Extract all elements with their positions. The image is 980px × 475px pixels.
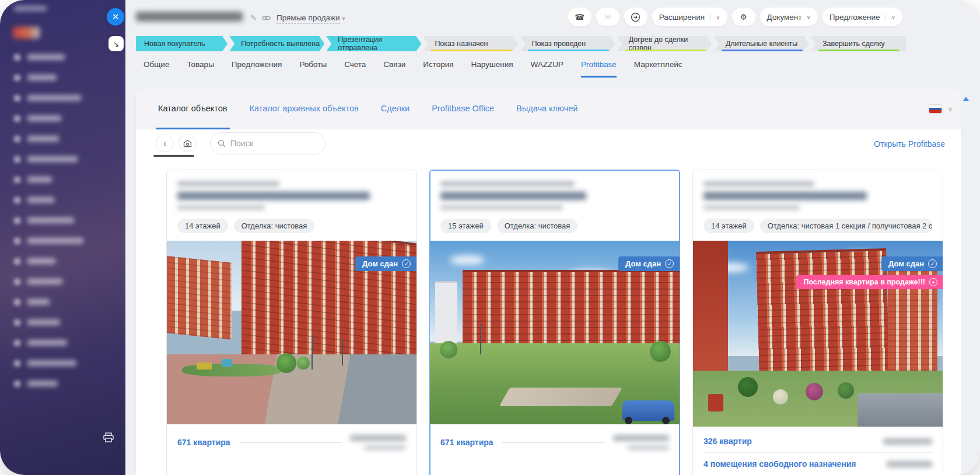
ptab-deals[interactable]: Сделки <box>379 89 412 129</box>
object-card-title[interactable]: 14 этажей Отделка: чистовая 1 секция / п… <box>693 170 943 233</box>
print-icon[interactable] <box>103 432 114 442</box>
sidebar-item-icon <box>14 136 20 142</box>
edit-icon[interactable]: ✎ <box>250 13 257 22</box>
property-photo[interactable]: Дом сдан ✓ <box>430 241 680 424</box>
status-badge-label: Дом сдан <box>888 259 924 268</box>
back-button[interactable]: ‹ <box>156 134 174 152</box>
price-from-blurred <box>613 435 669 441</box>
stage-warmup-call[interactable]: Догрев до сделки созвон <box>617 36 712 51</box>
stage-showing-done[interactable]: Показ проведен <box>520 36 615 51</box>
object-card-2[interactable]: 15 этажей Отделка: чистовая <box>429 170 680 475</box>
ptab-office[interactable]: Profitbase Office <box>429 89 496 129</box>
stage-showing-scheduled[interactable]: Показ назначен <box>423 36 518 51</box>
settings-button[interactable]: ⚙ <box>732 8 755 26</box>
ptab-archive-catalog[interactable]: Каталог архивных объектов <box>247 89 361 129</box>
tab-offers[interactable]: Предложения <box>232 60 282 78</box>
sidebar-item-label-blurred <box>27 177 52 182</box>
mail-button[interactable]: ✉ <box>596 8 620 26</box>
stage-new-buyer[interactable]: Новая покупатель <box>136 36 228 51</box>
offer-button[interactable]: Предложение | ∨ <box>822 8 902 26</box>
divider: | <box>709 13 711 21</box>
sidebar-item-label-blurred <box>27 136 59 142</box>
property-photo[interactable]: Дом сдан ✓ <box>167 241 416 424</box>
object-card-title[interactable]: 14 этажей Отделка: чистовая <box>167 170 416 233</box>
stage-accent <box>722 50 803 51</box>
document-label: Документ <box>767 13 802 22</box>
tab-relations[interactable]: Связи <box>383 60 405 78</box>
sidebar-item[interactable] <box>14 176 117 183</box>
gear-icon: ⚙ <box>740 12 747 22</box>
object-card-title[interactable]: 15 этажей Отделка: чистовая <box>430 170 680 233</box>
tab-violations[interactable]: Нарушения <box>471 60 513 78</box>
ptab-catalog[interactable]: Каталог объектов <box>156 89 230 129</box>
object-card-1[interactable]: 14 этажей Отделка: чистовая <box>166 170 417 475</box>
sidebar-item[interactable] <box>14 298 117 305</box>
stage-close-deal[interactable]: Завершить сделку <box>811 36 906 51</box>
sidebar-item-icon <box>14 217 20 224</box>
commercial-units-link[interactable]: 4 помещения свободного назначения <box>704 459 856 469</box>
pipeline-select-label: Прямые продажи <box>276 13 340 24</box>
sidebar-item-label-blurred <box>27 381 58 386</box>
stage-need-identified[interactable]: Потребность выявлена <box>229 36 324 51</box>
status-badge: Дом сдан ✓ <box>881 256 943 271</box>
sidebar-item[interactable] <box>14 156 117 163</box>
sidebar-item[interactable] <box>14 380 117 387</box>
object-card-3[interactable]: 14 этажей Отделка: чистовая 1 секция / п… <box>692 170 943 475</box>
search-input[interactable] <box>230 139 312 148</box>
chevron-left-icon: ‹ <box>163 138 166 148</box>
sidebar-item[interactable] <box>14 360 117 367</box>
sidebar-item[interactable] <box>14 319 117 326</box>
open-profitbase-link[interactable]: Открыть Profitbase <box>874 139 945 149</box>
sidebar-item[interactable] <box>14 258 117 265</box>
sidebar-item[interactable] <box>14 115 117 122</box>
tab-history[interactable]: История <box>423 60 453 78</box>
tab-marketplace[interactable]: Маркетплейс <box>634 60 682 78</box>
deal-title-blurred <box>136 12 243 22</box>
chevron-down-icon: ▾ <box>342 15 345 22</box>
sidebar-menu <box>14 54 117 387</box>
stage-presentation-sent[interactable]: Презентация отправлена <box>326 36 421 51</box>
tab-products[interactable]: Товары <box>187 60 214 78</box>
sidebar-item-icon <box>14 177 20 183</box>
extensions-button[interactable]: Расширения | ∨ <box>652 8 727 26</box>
sidebar-item[interactable] <box>14 237 117 244</box>
units-row: 4 помещения свободного назначения <box>693 453 943 475</box>
phone-button[interactable]: ☎ <box>568 8 592 26</box>
sidebar-item[interactable] <box>14 217 117 224</box>
sidebar-item[interactable] <box>14 94 117 101</box>
tab-robots[interactable]: Роботы <box>299 60 327 78</box>
finish-badge: Отделка: чистовая 1 секция / получистова… <box>760 219 932 233</box>
link-icon[interactable] <box>262 15 271 22</box>
pipeline-select[interactable]: Прямые продажи▾ <box>276 13 345 22</box>
sidebar-item-icon <box>14 299 20 305</box>
sidebar-item[interactable] <box>14 339 117 346</box>
tab-invoices[interactable]: Счета <box>344 60 366 78</box>
sidebar-item-icon <box>14 95 20 101</box>
ptab-keys[interactable]: Выдача ключей <box>514 89 580 129</box>
tab-common[interactable]: Общие <box>144 60 169 78</box>
language-select[interactable]: ∨ <box>929 89 953 129</box>
apartments-link[interactable]: 326 квартир <box>704 437 752 446</box>
home-button[interactable] <box>178 134 197 152</box>
scroll-top-icon[interactable] <box>963 97 969 101</box>
document-button[interactable]: Документ ∨ <box>760 8 818 26</box>
sidebar-item-icon <box>14 156 20 163</box>
chat-button[interactable] <box>624 8 648 26</box>
sidebar-item[interactable] <box>14 54 117 61</box>
sidebar-item[interactable] <box>14 74 117 81</box>
close-icon[interactable]: ✕ <box>107 8 124 26</box>
tab-profitbase[interactable]: Profitbase <box>581 60 617 78</box>
heart-icon: ♥ <box>929 278 937 286</box>
sidebar-item[interactable] <box>14 278 117 285</box>
sidebar-item-label-blurred <box>27 156 78 162</box>
apartments-link[interactable]: 671 квартира <box>177 438 230 447</box>
apartments-link[interactable]: 671 квартира <box>440 438 494 447</box>
collapse-panel-icon[interactable]: ↘ <box>108 36 124 51</box>
sidebar-item[interactable] <box>14 196 117 203</box>
property-photo[interactable]: Дом сдан ✓ Последняя квартира в продаже!… <box>693 241 943 427</box>
tab-wazzup[interactable]: WAZZUP <box>531 60 564 78</box>
sidebar-item-icon <box>14 360 20 367</box>
sidebar-item[interactable] <box>14 135 117 142</box>
stage-longterm-clients[interactable]: Длительные клиенты <box>714 36 809 51</box>
floors-badge: 15 этажей <box>440 219 491 233</box>
